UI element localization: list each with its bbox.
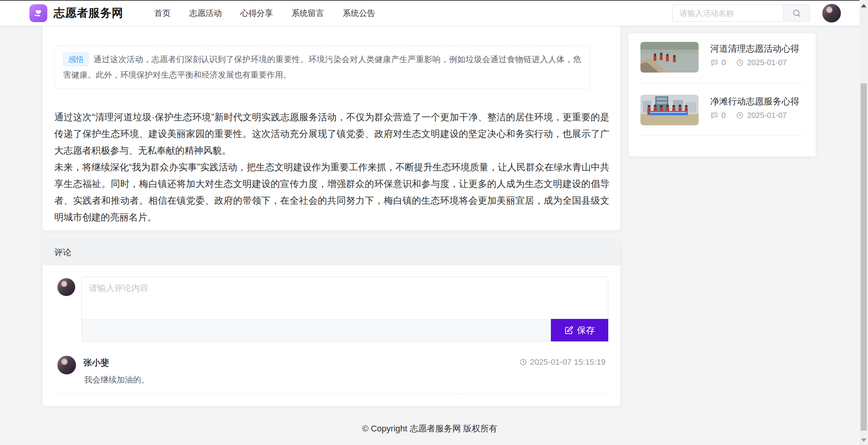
- window-top-edge: [0, 0, 868, 1]
- commenter-avatar: [57, 356, 76, 374]
- save-comment-button[interactable]: 保存: [551, 319, 608, 341]
- scrollbar-thumb[interactable]: [861, 83, 867, 431]
- search-button[interactable]: [783, 5, 810, 22]
- nav-item-experience-share[interactable]: 心得分享: [240, 1, 273, 26]
- post-date: 2025-01-07: [747, 111, 787, 120]
- related-post-meta: 0 2025-01-07: [710, 58, 787, 67]
- nav-item-home[interactable]: 首页: [154, 1, 171, 26]
- comments-title: 评论: [54, 247, 71, 258]
- scroll-down-arrow-icon[interactable]: [861, 438, 866, 442]
- divider: [54, 393, 609, 394]
- related-post-title[interactable]: 河道清理志愿活动心得: [710, 43, 799, 54]
- comment-count: 0: [721, 58, 726, 67]
- article-paragraph: 通过这次“清理河道垃圾·保护生态环境”新时代文明实践志愿服务活动，不仅为群众营造…: [54, 109, 609, 159]
- related-post-title[interactable]: 净滩行动志愿服务心得: [710, 95, 799, 107]
- comment-editor: 保存: [81, 277, 608, 341]
- hand-heart-logo-icon: [32, 7, 45, 19]
- user-avatar[interactable]: [822, 4, 841, 23]
- quote-tag-badge: 感悟: [63, 52, 89, 66]
- comment-input[interactable]: [82, 277, 608, 320]
- related-post-thumbnail-beach-cleanup[interactable]: [640, 95, 699, 125]
- commenter-name: 张小斐: [83, 357, 109, 369]
- search-input[interactable]: [672, 5, 783, 22]
- brand-logo[interactable]: [29, 4, 47, 22]
- comment-text: 我会继续加油的。: [84, 374, 149, 385]
- divider: [640, 83, 804, 83]
- activity-search: [672, 5, 810, 22]
- comment-count: 0: [721, 111, 726, 120]
- related-post-meta: 0 2025-01-07: [710, 111, 787, 120]
- related-post-item[interactable]: 河道清理志愿活动心得 0 2025-01-07: [640, 42, 804, 82]
- divider: [640, 135, 804, 136]
- top-navbar: 志愿者服务网 首页 志愿活动 心得分享 系统留言 系统公告: [0, 1, 859, 26]
- comment-bubble-icon: [710, 111, 718, 119]
- copyright-footer: © Copyright 志愿者服务网 版权所有: [0, 423, 859, 435]
- comment-bubble-icon: [710, 59, 718, 67]
- related-posts-panel: 河道清理志愿活动心得 0 2025-01-07: [628, 33, 816, 156]
- main-nav: 首页 志愿活动 心得分享 系统留言 系统公告: [154, 1, 375, 26]
- edit-icon: [564, 326, 573, 335]
- nav-item-announcements[interactable]: 系统公告: [343, 1, 375, 26]
- post-date: 2025-01-07: [747, 58, 787, 67]
- article-body: 通过这次“清理河道垃圾·保护生态环境”新时代文明实践志愿服务活动，不仅为群众营造…: [54, 109, 609, 225]
- related-post-thumbnail-river-cleanup[interactable]: [640, 42, 699, 73]
- article-paragraph: 未来，将继续深化“我为群众办实事”实践活动，把生态文明建设作为重要工作来抓，不断…: [54, 159, 609, 225]
- clock-icon: [736, 111, 744, 119]
- comments-section-header: 评论: [43, 240, 620, 265]
- site-title: 志愿者服务网: [53, 5, 123, 21]
- comment-editor-toolbar: [82, 319, 608, 341]
- clock-icon: [519, 358, 527, 366]
- related-post-item[interactable]: 净滩行动志愿服务心得 0 2025-01-07: [640, 95, 804, 135]
- current-user-avatar: [57, 278, 75, 296]
- search-icon: [792, 9, 801, 18]
- nav-item-activities[interactable]: 志愿活动: [189, 1, 222, 26]
- clock-icon: [736, 59, 744, 67]
- scroll-up-arrow-icon[interactable]: [861, 4, 866, 7]
- quote-text: 通过这次活动，志愿者们深刻认识到了保护环境的重要性。环境污染会对人类健康产生严重…: [63, 55, 581, 79]
- article-card: 感悟通过这次活动，志愿者们深刻认识到了保护环境的重要性。环境污染会对人类健康产生…: [43, 11, 620, 230]
- experience-quote-box: 感悟通过这次活动，志愿者们深刻认识到了保护环境的重要性。环境污染会对人类健康产生…: [54, 45, 590, 89]
- comment-timestamp: 2025-01-07 15:15:19: [519, 357, 606, 367]
- save-button-label: 保存: [577, 324, 595, 336]
- vertical-scrollbar[interactable]: [859, 0, 868, 445]
- comment-time-text: 2025-01-07 15:15:19: [530, 357, 606, 367]
- nav-item-messages[interactable]: 系统留言: [292, 1, 324, 26]
- comments-section: 评论 保存 张小斐 2025-01-07 15:15:19 我会继续加油的。: [43, 240, 620, 406]
